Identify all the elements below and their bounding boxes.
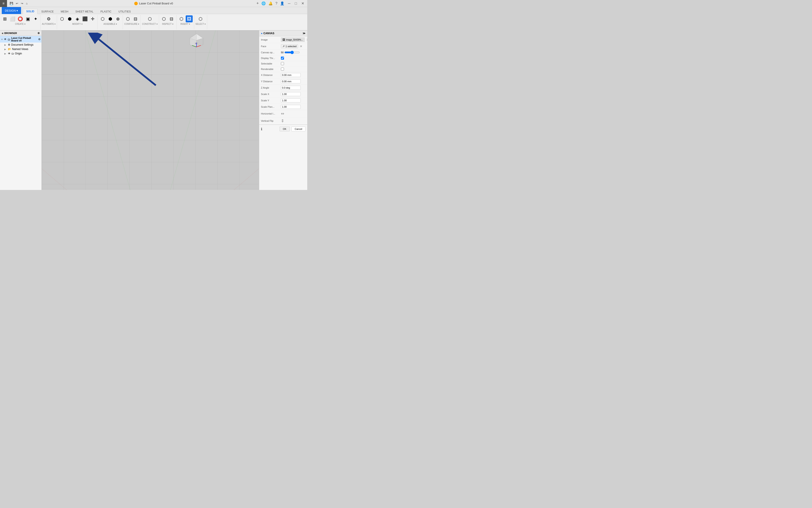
revolve-tool[interactable]: ⭕ xyxy=(17,15,24,23)
browser-origin[interactable]: ▶ 👁 🗂 Origin xyxy=(0,51,41,56)
home-icon[interactable]: ⌂ xyxy=(25,1,29,5)
canvas-scale-plane-row: Scale Plan... xyxy=(259,104,307,110)
combine-tool[interactable]: ✛ xyxy=(89,15,96,23)
configure-tool2[interactable]: ⊟ xyxy=(132,15,139,23)
chamfer-tool[interactable]: ◈ xyxy=(74,15,81,23)
canvas-z-angle-input[interactable] xyxy=(281,86,301,90)
component-icon: 🗂 xyxy=(7,38,10,41)
sweep-tool[interactable]: ▣ xyxy=(24,15,31,23)
extrude-tool[interactable]: ⬜ xyxy=(9,15,16,23)
inspect-label[interactable]: INSPECT ▾ xyxy=(162,23,173,25)
viewport[interactable]: ✛ 0.00 mm ⋮ XY XY Plane xyxy=(42,31,259,190)
canvas-scale-plane-input[interactable] xyxy=(281,105,301,109)
create-label[interactable]: CREATE ▾ xyxy=(15,23,26,25)
canvas-panel: ● CANVAS ≫ Image 🖼 image_50439%... ✕ Fac… xyxy=(259,31,307,190)
tab-sheet-metal[interactable]: SHEET METAL xyxy=(72,9,97,14)
joint-origin-tool[interactable]: ⊕ xyxy=(114,15,121,23)
automate-group: ⚙ AUTOMATE ▾ xyxy=(41,15,57,29)
canvas-renderable-checkbox[interactable] xyxy=(281,68,284,71)
tab-solid[interactable]: SOLID xyxy=(23,9,38,14)
canvas-image-preview[interactable]: 🖼 image_50439%... xyxy=(281,38,304,42)
shell-tool[interactable]: ⬛ xyxy=(81,15,88,23)
select-label[interactable]: SELECT ▾ xyxy=(196,23,206,25)
browser-root-item[interactable]: ▼ 👁 🗂 Laser Cut Pinball Board v0 ⚙ xyxy=(0,36,41,43)
browser-settings-icon[interactable]: ⚙ xyxy=(38,32,40,35)
origin-chevron: ▶ xyxy=(4,52,7,55)
view-cube[interactable]: XY xyxy=(189,33,204,48)
loft-tool[interactable]: ✦ xyxy=(32,15,39,23)
inspect-tool1[interactable]: ⬡ xyxy=(160,15,167,23)
browser-doc-settings[interactable]: ▶ ⚙ Document Settings xyxy=(0,43,41,47)
canvas-display-through-checkbox[interactable] xyxy=(281,56,284,60)
browser-named-views[interactable]: ▶ 📂 Named Views xyxy=(0,47,41,51)
insert-canvas-tool[interactable]: 🖼 xyxy=(186,15,193,23)
configure-tool1[interactable]: ⬡ xyxy=(124,15,131,23)
construct-tool[interactable]: ⬡ xyxy=(146,15,153,23)
canvas-panel-header: ● CANVAS ≫ xyxy=(259,31,307,36)
canvas-ok-button[interactable]: OK xyxy=(280,127,290,131)
canvas-x-distance-input[interactable] xyxy=(281,73,301,77)
insert-tool1[interactable]: ⬡ xyxy=(178,15,185,23)
root-item-label: Laser Cut Pinball Board v0 xyxy=(11,37,37,42)
root-item-settings[interactable]: ⚙ xyxy=(38,38,41,41)
window-controls: + 🌐 🔔 ? 👤 ─ □ ✕ xyxy=(255,0,307,7)
minimize-button[interactable]: ─ xyxy=(286,0,292,7)
inspect-tool2[interactable]: ⊟ xyxy=(168,15,175,23)
canvas-selectable-checkbox[interactable] xyxy=(281,62,284,65)
select-tool[interactable]: ⬡ xyxy=(197,15,204,23)
canvas-x-distance-row: X Distance xyxy=(259,72,307,78)
horizontal-flip-button[interactable]: ⇔ xyxy=(281,111,284,116)
construct-label[interactable]: CONSTRUCT ▾ xyxy=(142,23,157,25)
insert-label[interactable]: INSERT ▾ xyxy=(180,23,190,25)
assemble-label[interactable]: ASSEMBLE ▾ xyxy=(104,23,117,25)
canvas-image-label: Image xyxy=(261,38,280,41)
fillet-tool[interactable]: ⬢ xyxy=(66,15,73,23)
help-icon[interactable]: ? xyxy=(274,0,279,7)
main-area: « BROWSER ⚙ ▼ 👁 🗂 Laser Cut Pinball Boar… xyxy=(0,31,307,190)
press-pull-tool[interactable]: ⬡ xyxy=(58,15,66,23)
tab-plastic[interactable]: PLASTIC xyxy=(97,9,115,14)
redo-icon[interactable]: ↪ xyxy=(20,1,24,5)
notification-icon[interactable]: 🔔 xyxy=(267,0,274,7)
user-icon[interactable]: 👤 xyxy=(279,0,286,7)
title-bar: ≡ 💾 ↩ ↪ ⌂ Laser Cut Pinball Board v0 + 🌐… xyxy=(0,0,307,7)
vertical-flip-button[interactable]: ⇕ xyxy=(281,119,284,123)
canvas-opacity-slider[interactable] xyxy=(284,51,300,54)
automate-tools: ⚙ xyxy=(45,15,52,23)
canvas-title-text: CANVAS xyxy=(263,32,274,35)
browser-collapse-icon[interactable]: « xyxy=(2,31,3,35)
app-menu-icon[interactable]: ≡ xyxy=(0,0,7,7)
modify-label[interactable]: MODIFY ▾ xyxy=(72,23,82,25)
close-button[interactable]: ✕ xyxy=(299,0,307,7)
maximize-button[interactable]: □ xyxy=(292,0,299,7)
face-clear-button[interactable]: ✕ xyxy=(300,45,302,48)
folder-icon: 📂 xyxy=(8,48,11,51)
as-built-joint-tool[interactable]: ⬢ xyxy=(107,15,114,23)
canvas-expand-icon[interactable]: ≫ xyxy=(302,32,306,35)
design-button[interactable]: DESIGN ▾ xyxy=(2,7,21,14)
canvas-scale-y-row: Scale Y xyxy=(259,97,307,104)
assemble-group: ⬡ ⬢ ⊕ ASSEMBLE ▾ xyxy=(98,15,123,29)
construct-group: ⬡ CONSTRUCT ▾ xyxy=(141,15,159,29)
canvas-scale-y-input[interactable] xyxy=(281,98,301,102)
canvas-cancel-button[interactable]: Cancel xyxy=(291,127,306,131)
canvas-scale-x-input[interactable] xyxy=(281,92,301,96)
tab-utilities[interactable]: UTILITIES xyxy=(115,9,134,14)
globe-icon[interactable]: 🌐 xyxy=(260,0,267,7)
joint-tool[interactable]: ⬡ xyxy=(99,15,106,23)
plus-icon[interactable]: + xyxy=(255,0,260,7)
automate-tool[interactable]: ⚙ xyxy=(45,15,52,23)
undo-icon[interactable]: ↩ xyxy=(15,1,19,5)
configure-label[interactable]: CONFIGURE ▾ xyxy=(124,23,139,25)
canvas-y-distance-input[interactable] xyxy=(281,79,301,83)
new-component-tool[interactable]: ⊞ xyxy=(1,15,8,23)
select-tools: ⬡ xyxy=(197,15,204,23)
canvas-z-angle-label: Z Angle xyxy=(261,86,280,89)
save-icon[interactable]: 💾 xyxy=(9,1,14,5)
image-clear-button[interactable]: ✕ xyxy=(307,38,307,41)
tab-mesh[interactable]: MESH xyxy=(57,9,72,14)
automate-label[interactable]: AUTOMATE ▾ xyxy=(42,23,55,25)
named-views-label: Named Views xyxy=(12,48,28,51)
tab-surface[interactable]: SURFACE xyxy=(38,9,57,14)
canvas-info-icon[interactable]: ℹ xyxy=(261,127,262,131)
